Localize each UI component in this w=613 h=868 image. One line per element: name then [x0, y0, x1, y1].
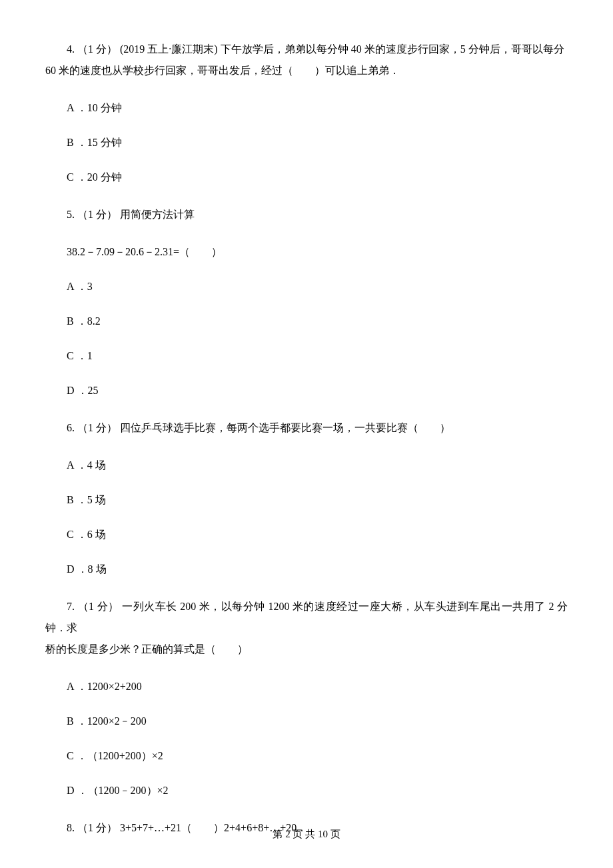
q6-line1: 6. （1 分） 四位乒乓球选手比赛，每两个选手都要比赛一场，一共要比赛（ ）	[45, 417, 568, 439]
q4-option-a: A ．10 分钟	[45, 100, 568, 116]
q5-line1: 5. （1 分） 用简便方法计算	[45, 204, 568, 225]
q5-option-c: C ．1	[45, 348, 568, 364]
page-footer: 第 2 页 共 10 页	[0, 827, 613, 842]
page-content: 4. （1 分） (2019 五上·廉江期末) 下午放学后，弟弟以每分钟 40 …	[0, 0, 613, 839]
q7-option-d: D ．（1200﹣200）×2	[45, 783, 568, 799]
q4-line2: 60 米的速度也从学校步行回家，哥哥出发后，经过（ ）可以追上弟弟．	[45, 60, 568, 81]
q7-option-a: A ．1200×2+200	[45, 679, 568, 695]
q7-option-b: B ．1200×2﹣200	[45, 713, 568, 729]
q7-line2: 桥的长度是多少米？正确的算式是（ ）	[45, 639, 568, 660]
q7-line1: 7. （1 分） 一列火车长 200 米，以每分钟 1200 米的速度经过一座大…	[45, 596, 568, 639]
q4-option-b: B ．15 分钟	[45, 135, 568, 151]
q6-option-c: C ．6 场	[45, 527, 568, 543]
q7-option-c: C ．（1200+200）×2	[45, 748, 568, 764]
q6-option-b: B ．5 场	[45, 492, 568, 508]
q4-option-c: C ．20 分钟	[45, 169, 568, 185]
q4-line1: 4. （1 分） (2019 五上·廉江期末) 下午放学后，弟弟以每分钟 40 …	[45, 39, 568, 60]
q5-option-a: A ．3	[45, 279, 568, 295]
question-6: 6. （1 分） 四位乒乓球选手比赛，每两个选手都要比赛一场，一共要比赛（ ） …	[45, 417, 568, 577]
q5-option-d: D ．25	[45, 383, 568, 399]
q5-option-b: B ．8.2	[45, 313, 568, 329]
question-5: 5. （1 分） 用简便方法计算 38.2－7.09－20.6－2.31=（ ）…	[45, 204, 568, 399]
question-4: 4. （1 分） (2019 五上·廉江期末) 下午放学后，弟弟以每分钟 40 …	[45, 39, 568, 185]
q5-expr: 38.2－7.09－20.6－2.31=（ ）	[45, 244, 568, 260]
question-7: 7. （1 分） 一列火车长 200 米，以每分钟 1200 米的速度经过一座大…	[45, 596, 568, 799]
q6-option-a: A ．4 场	[45, 457, 568, 473]
q6-option-d: D ．8 场	[45, 561, 568, 577]
